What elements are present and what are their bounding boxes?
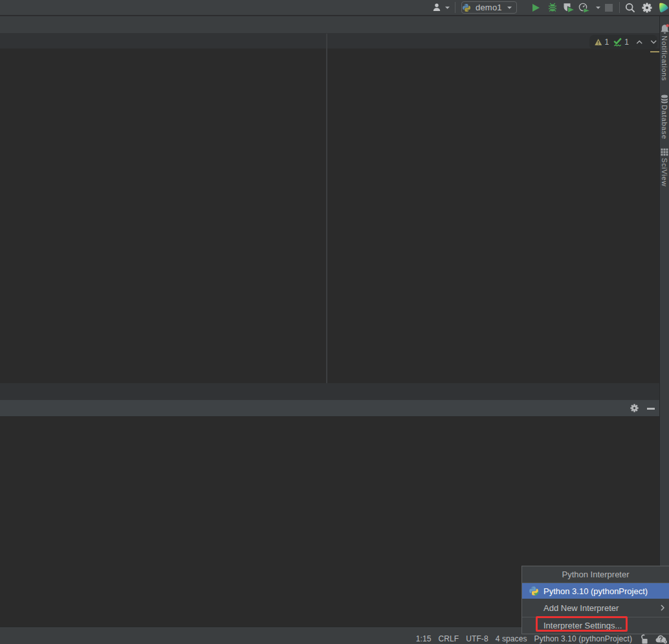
previous-highlight-chevron-icon[interactable] xyxy=(636,39,643,45)
stripe-item-notifications[interactable]: Notifications xyxy=(661,36,668,81)
user-icon xyxy=(432,3,442,12)
right-tool-window-stripe: Notifications Database SciView xyxy=(659,16,669,627)
debug-button[interactable] xyxy=(548,0,557,15)
python-interpreter-icon xyxy=(529,586,539,596)
editor-tab-strip xyxy=(0,33,659,49)
chevron-down-icon xyxy=(444,6,450,10)
code-with-me-icon xyxy=(659,3,668,13)
typos-count: 1 xyxy=(624,38,629,47)
gear-icon xyxy=(642,3,652,13)
stop-icon xyxy=(605,4,613,12)
profiler-caret-icon xyxy=(595,6,601,10)
warnings-count: 1 xyxy=(604,38,609,47)
sciview-grid-icon[interactable] xyxy=(661,148,668,156)
database-icon[interactable] xyxy=(661,94,668,104)
navigation-bar xyxy=(0,16,669,33)
gear-icon xyxy=(630,404,639,412)
run-icon xyxy=(532,3,540,12)
stripe-item-sciview[interactable]: SciView xyxy=(661,158,668,187)
warning-triangle-icon xyxy=(595,38,602,46)
next-highlight-chevron-icon[interactable] xyxy=(650,39,657,45)
python-logo-icon xyxy=(462,3,471,12)
popup-item-current-interpreter[interactable]: Python 3.10 (pythonProject) xyxy=(522,583,669,599)
inspections-widget[interactable]: 1 1 xyxy=(589,35,657,49)
cloud-question-icon xyxy=(655,634,668,644)
editor-split-divider[interactable] xyxy=(326,34,327,383)
search-icon xyxy=(625,3,635,13)
file-encoding[interactable]: UTF-8 xyxy=(466,634,488,643)
debug-bug-icon xyxy=(548,3,557,12)
minimize-icon[interactable] xyxy=(647,408,655,410)
submenu-arrow-icon xyxy=(661,605,664,611)
readonly-toggle[interactable] xyxy=(639,634,648,644)
user-account-button[interactable] xyxy=(432,0,450,15)
run-configuration-name: demo1 xyxy=(476,3,502,12)
toolbar-separator xyxy=(619,2,620,13)
stripe-item-database[interactable]: Database xyxy=(661,105,668,140)
search-everywhere-button[interactable] xyxy=(625,0,635,15)
run-button[interactable] xyxy=(532,0,540,15)
ide-services-button[interactable] xyxy=(655,634,668,644)
tool-window-tab-bar xyxy=(0,383,659,400)
unlocked-padlock-icon xyxy=(639,634,648,644)
main-toolbar: demo1 xyxy=(0,0,669,16)
red-highlight-annotation xyxy=(536,616,628,632)
popup-title: Python Interpreter xyxy=(522,566,669,583)
indent-style[interactable]: 4 spaces xyxy=(496,634,527,643)
popup-item-add-new-interpreter[interactable]: Add New Interpreter xyxy=(522,599,669,617)
tool-window-options-button[interactable] xyxy=(630,404,639,412)
editor-area[interactable] xyxy=(0,49,659,383)
combo-caret-icon xyxy=(507,6,512,10)
pycharm-window: demo1 xyxy=(0,0,669,644)
popup-item-label: Python 3.10 (pythonProject) xyxy=(543,586,648,596)
profiler-button[interactable] xyxy=(578,0,601,15)
popup-item-label: Add New Interpreter xyxy=(543,603,619,613)
interpreter-widget[interactable]: Python 3.10 (pythonProject) xyxy=(534,634,632,643)
tool-window-header xyxy=(0,400,659,416)
stop-button[interactable] xyxy=(605,0,613,15)
profiler-icon xyxy=(578,3,591,13)
toolbar-separator xyxy=(455,2,455,13)
coverage-shield-icon xyxy=(563,3,575,13)
typo-check-icon xyxy=(613,36,622,48)
notifications-bell-icon[interactable] xyxy=(661,24,669,34)
code-with-me-button[interactable] xyxy=(659,0,668,15)
run-with-coverage-button[interactable] xyxy=(563,0,575,15)
line-separator[interactable]: CRLF xyxy=(438,634,459,643)
warning-stripe-mark[interactable] xyxy=(650,51,659,52)
settings-button[interactable] xyxy=(642,0,652,15)
caret-position[interactable]: 1:15 xyxy=(416,634,432,643)
run-configuration-combo[interactable]: demo1 xyxy=(461,1,517,14)
